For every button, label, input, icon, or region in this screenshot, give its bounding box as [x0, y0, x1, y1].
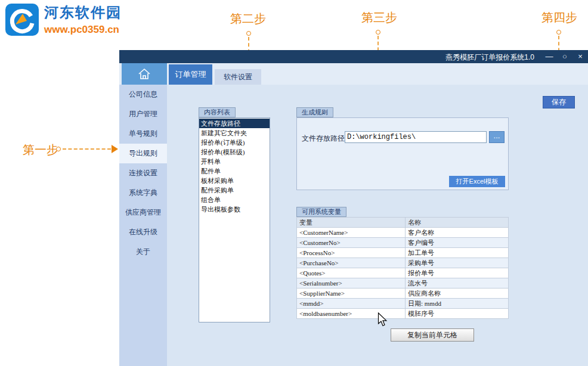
- list-item[interactable]: 导出模板参数: [199, 204, 270, 214]
- step-1-label: 第一步: [23, 142, 58, 158]
- step-1-line: [63, 148, 111, 150]
- name-cell[interactable]: 客户名称: [406, 228, 509, 238]
- home-icon: [137, 67, 151, 80]
- site-name: 河东软件园: [44, 3, 122, 22]
- minimize-icon[interactable]: —: [541, 50, 557, 63]
- app-window: 燕秀模胚厂订单报价系统1.0 — ○ × 订单管理 软件设置 公司信息 用户管理…: [119, 50, 588, 366]
- table-row: <PurchaseNo>采购单号: [297, 258, 509, 268]
- variable-cell[interactable]: <SupplierName>: [297, 289, 406, 299]
- name-cell[interactable]: 加工单号: [406, 248, 509, 258]
- list-item[interactable]: 文件存放路径: [199, 119, 270, 128]
- variable-cell[interactable]: <moldbasenumber>: [297, 309, 406, 319]
- sidebar-item-user-management[interactable]: 用户管理: [119, 104, 167, 124]
- table-row: <CustomerNo>客户编号: [297, 238, 509, 248]
- variable-cell[interactable]: <CustomerName>: [297, 228, 406, 238]
- variables-table: 变量 名称 <CustomerName>客户名称 <CustomerNo>客户编…: [296, 217, 509, 319]
- name-cell[interactable]: 报价单号: [406, 268, 509, 278]
- step-3-dot: [376, 30, 380, 35]
- name-cell[interactable]: 流水号: [406, 278, 509, 289]
- titlebar: 燕秀模胚厂订单报价系统1.0 — ○ ×: [119, 50, 588, 63]
- list-item[interactable]: 配件采购单: [199, 185, 270, 195]
- variable-cell[interactable]: <Serialnumber>: [297, 278, 406, 289]
- site-url: www.pc0359.cn: [44, 24, 122, 36]
- content-list: 文件存放路径 新建其它文件夹 报价单(订单级) 报价单(模胚级) 开料单 配件单…: [199, 117, 270, 322]
- generation-rules-group: 文件存放路径 ... 打开Excel模板: [296, 117, 509, 190]
- table-row: <Quotes>报价单号: [297, 268, 509, 278]
- table-row: <ProcessNo>加工单号: [297, 248, 509, 258]
- sidebar-item-number-rules[interactable]: 单号规则: [119, 124, 167, 144]
- name-cell[interactable]: 供应商名称: [406, 289, 509, 299]
- variable-cell[interactable]: <ProcessNo>: [297, 248, 406, 258]
- name-cell[interactable]: 采购单号: [406, 258, 509, 268]
- variable-cell[interactable]: <CustomerNo>: [297, 238, 406, 248]
- path-label: 文件存放路径: [302, 134, 345, 144]
- sidebar: 公司信息 用户管理 单号规则 导出规则 连接设置 系统字典 供应商管理 在线升级…: [119, 85, 167, 366]
- table-row: <mmdd>日期: mmdd: [297, 299, 509, 309]
- table-row: <CustomerName>客户名称: [297, 228, 509, 238]
- sidebar-item-about[interactable]: 关于: [119, 242, 167, 262]
- sidebar-item-export-rules[interactable]: 导出规则: [119, 144, 167, 163]
- table-row: <moldbasenumber>模胚序号: [297, 309, 509, 319]
- content-list-caption: 内容列表: [199, 107, 236, 117]
- site-logo: [5, 3, 39, 36]
- step-2-dot: [246, 31, 251, 36]
- column-header-variable: 变量: [297, 218, 406, 228]
- close-icon[interactable]: ×: [572, 50, 588, 63]
- name-cell[interactable]: 模胚序号: [406, 309, 509, 319]
- sidebar-item-connection[interactable]: 连接设置: [119, 163, 167, 183]
- variables-caption: 可用系统变量: [296, 207, 346, 217]
- name-cell[interactable]: 客户编号: [406, 238, 509, 248]
- sidebar-item-online-upgrade[interactable]: 在线升级: [119, 222, 167, 242]
- name-cell[interactable]: 日期: mmdd: [406, 299, 509, 309]
- browse-button[interactable]: ...: [489, 131, 505, 143]
- variable-cell[interactable]: <PurchaseNo>: [297, 258, 406, 268]
- list-item[interactable]: 开料单: [199, 157, 270, 166]
- home-tab[interactable]: [122, 63, 167, 85]
- open-excel-button[interactable]: 打开Excel模板: [449, 176, 505, 187]
- list-item[interactable]: 报价单(订单级): [199, 138, 270, 147]
- list-item[interactable]: 组合单: [199, 195, 270, 204]
- sidebar-item-dictionary[interactable]: 系统字典: [119, 183, 167, 203]
- step-4-dot: [556, 30, 561, 35]
- step-1-dot: [56, 147, 61, 151]
- watermark: 河东软件园 www.pc0359.cn: [5, 3, 122, 36]
- sidebar-item-company-info[interactable]: 公司信息: [119, 85, 167, 104]
- list-item[interactable]: 报价单(模胚级): [199, 147, 270, 157]
- list-item[interactable]: 板材采购单: [199, 176, 270, 185]
- variable-cell[interactable]: <Quotes>: [297, 268, 406, 278]
- table-row: <SupplierName>供应商名称: [297, 289, 509, 299]
- save-button[interactable]: 保存: [543, 96, 575, 108]
- sidebar-item-suppliers[interactable]: 供应商管理: [119, 203, 167, 222]
- mouse-cursor-icon: [377, 312, 388, 327]
- table-row: <Serialnumber>流水号: [297, 278, 509, 289]
- path-input[interactable]: [345, 131, 487, 143]
- tab-software-settings[interactable]: 软件设置: [215, 69, 261, 85]
- step-4-label: 第四步: [541, 10, 577, 26]
- step-3-label: 第三步: [361, 10, 397, 26]
- step-1-arrow-icon: [112, 145, 118, 153]
- column-header-name: 名称: [406, 218, 509, 228]
- list-item[interactable]: 新建其它文件夹: [199, 128, 270, 138]
- variable-cell[interactable]: <mmdd>: [297, 299, 406, 309]
- tab-order-management[interactable]: 订单管理: [169, 64, 212, 85]
- table-header-row: 变量 名称: [297, 218, 509, 228]
- step-2-label: 第二步: [230, 11, 266, 27]
- generation-rules-caption: 生成规则: [296, 107, 333, 117]
- theme-icon[interactable]: ○: [557, 50, 572, 63]
- nav-row: 订单管理 软件设置: [119, 63, 588, 85]
- window-title: 燕秀模胚厂订单报价系统1.0: [445, 52, 534, 63]
- list-item[interactable]: 配件单: [199, 166, 270, 176]
- copy-cell-button[interactable]: 复制当前单元格: [391, 328, 474, 342]
